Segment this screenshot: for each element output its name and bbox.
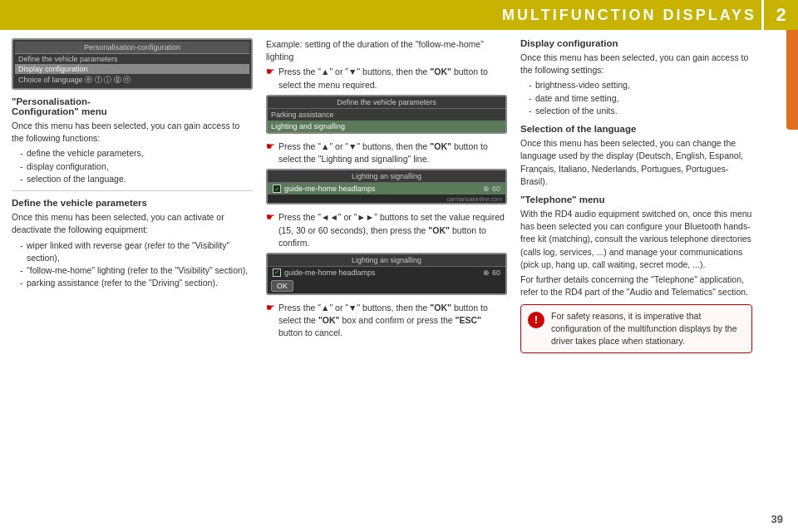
telephone-body: With the RD4 audio equipment switched on… [520, 208, 752, 271]
instruction-3: ☛ Press the "◄◄" or "►►" buttons to set … [266, 211, 507, 249]
instr2-up-key: ▲ [321, 141, 329, 151]
display-config-heading: Display configuration [520, 38, 752, 48]
bullet-1-1: define the vehicle parameters, [20, 147, 253, 160]
instr1-text: Press the "▲" or "▼" buttons, then the "… [278, 66, 507, 91]
screen2-row2-selected: Lighting and signalling [268, 121, 505, 132]
screen3-value: ⊕ 60 [483, 185, 500, 193]
screen3-row1: ✓ guide-me-home headlamps ⊕ 60 [268, 183, 505, 195]
telephone-heading: "Telephone" menu [520, 195, 752, 204]
chapter-number: 2 [761, 0, 798, 30]
instr1-before: Press the " [278, 66, 321, 76]
mid-intro: Example: setting of the duration of the … [266, 38, 507, 63]
bullet-1-3: selection of the language. [20, 173, 253, 185]
screen4-ok-btn: OK [271, 280, 293, 292]
instr2-down-key: ▼ [348, 141, 357, 151]
left-column: Personalisation-configuration Define the… [12, 38, 253, 524]
section1-heading: "Personalisation-Configuration" menu [12, 96, 253, 116]
screen3-title: Lighting an signalling [268, 170, 505, 183]
screen1-title: Personalisation-configuration [15, 42, 249, 54]
section2-body: Once this menu has been selected, you ca… [12, 211, 253, 236]
screen1-row1: Define the vehicle parameters [15, 54, 249, 64]
language-body: Once this menu has been selected, you ca… [520, 137, 752, 188]
screen4-checkbox: ✓ [273, 268, 281, 277]
screen-lighting-2: Lighting an signalling ✓ guide-me-home h… [266, 253, 507, 295]
section1-body: Once this menu has been selected, you ca… [12, 120, 253, 145]
bullet-2-2: "follow-me-home" lighting (refer to the … [20, 264, 253, 277]
arrow-icon-4: ☛ [266, 301, 275, 315]
screen3-watermark: carmanualonline.com [446, 196, 502, 202]
screen-lighting-1: Lighting an signalling ✓ guide-me-home h… [266, 169, 507, 204]
section2-bullets: wiper linked with reverse gear (refer to… [20, 239, 253, 290]
main-content: Personalisation-configuration Define the… [0, 30, 798, 532]
page-header: MULTIFUNCTION DISPLAYS 2 [0, 0, 798, 30]
screen4-title: Lighting an signalling [268, 254, 505, 267]
screen4-row1: ✓ guide-me-home headlamps ⊕ 60 [268, 267, 505, 278]
warning-icon: ! [528, 312, 544, 328]
instr4-text: Press the "▲" or "▼" buttons, then the "… [278, 302, 507, 340]
dc-bullet-3: selection of the units. [529, 105, 752, 117]
instr2-text: Press the "▲" or "▼" buttons, then the "… [278, 140, 507, 165]
dc-bullet-1: brightness-video setting, [529, 79, 752, 91]
instr4-down-key: ▼ [348, 303, 357, 313]
screen3-checkbox: ✓ [273, 185, 281, 193]
divider1 [12, 190, 253, 191]
page-title: MULTIFUNCTION DISPLAYS [502, 7, 756, 24]
display-config-bullets: brightness-video setting, date and time … [529, 79, 752, 117]
screen1-row2-selected: Display configuration [15, 64, 249, 74]
section1-bullets: define the vehicle parameters, display c… [20, 147, 253, 185]
arrow-icon-3: ☛ [266, 210, 275, 224]
instruction-1: ☛ Press the "▲" or "▼" buttons, then the… [266, 66, 507, 91]
screen2-title: Define the vehicle parameters [268, 96, 505, 109]
screen-vehicle-params: Define the vehicle parameters Parking as… [266, 95, 507, 134]
page-number: 39 [771, 513, 783, 525]
screen2-row1: Parking assistance [268, 109, 505, 121]
instr2-mid: " or " [329, 141, 348, 151]
right-column: Display configuration Once this menu has… [520, 38, 752, 524]
arrow-icon-2: ☛ [266, 140, 275, 154]
instr1-down-key: ▼ [348, 66, 357, 76]
telephone-body2: For further details concerning the "Tele… [520, 273, 752, 298]
instr1-mid: " or " [329, 66, 348, 76]
screen1-row3: Choice of language ⓔ ⓕ ⓘ ⓖ ⓝ [15, 74, 249, 86]
instruction-2: ☛ Press the "▲" or "▼" buttons, then the… [266, 140, 507, 165]
arrow-icon-1: ☛ [266, 65, 275, 79]
language-heading: Selection of the language [520, 124, 752, 134]
bullet-2-1: wiper linked with reverse gear (refer to… [20, 239, 253, 264]
instr2-before: Press the " [278, 141, 321, 151]
middle-column: Example: setting of the duration of the … [266, 38, 507, 524]
dc-bullet-2: date and time setting, [529, 92, 752, 105]
warning-text: For safety reasons, it is imperative tha… [551, 310, 745, 348]
instruction-4: ☛ Press the "▲" or "▼" buttons, then the… [266, 302, 507, 340]
instr3-text: Press the "◄◄" or "►►" buttons to set th… [278, 211, 507, 249]
screen4-ok-row: OK [268, 278, 505, 293]
screen-personalisation: Personalisation-configuration Define the… [12, 38, 253, 90]
screen4-value: ⊕ 60 [483, 268, 500, 277]
screen3-row1-text: guide-me-home headlamps [284, 185, 376, 193]
display-config-body: Once this menu has been selected, you ca… [520, 52, 752, 76]
instr1-up-key: ▲ [321, 66, 329, 76]
instr3-before: Press the "◄◄" or "►►" buttons to set th… [278, 212, 505, 247]
bullet-2-3: parking assistance (refer to the "Drivin… [20, 277, 253, 289]
section2-heading: Define the vehicle parameters [12, 198, 253, 208]
warning-container: ! For safety reasons, it is imperative t… [520, 304, 752, 354]
screen4-row1-text: guide-me-home headlamps [284, 268, 376, 277]
bullet-1-2: display configuration, [20, 160, 253, 173]
instr4-up-key: ▲ [321, 303, 329, 313]
